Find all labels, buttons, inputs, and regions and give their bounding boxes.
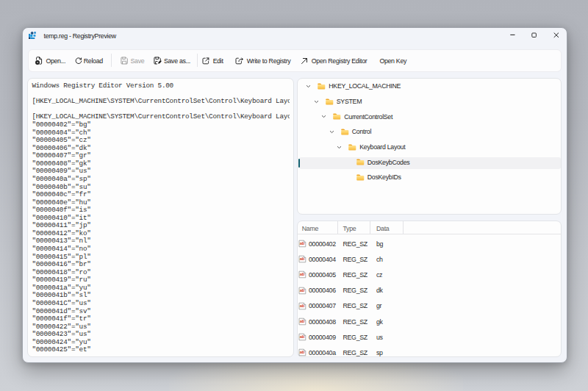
svg-text:ab: ab — [300, 351, 305, 355]
svg-text:ab: ab — [300, 288, 305, 293]
svg-text:ab: ab — [300, 319, 305, 323]
svg-text:ab: ab — [300, 241, 305, 245]
svg-text:ab: ab — [300, 304, 305, 308]
svg-text:ab: ab — [300, 335, 305, 340]
svg-text:ab: ab — [300, 257, 305, 262]
svg-text:ab: ab — [300, 273, 305, 277]
